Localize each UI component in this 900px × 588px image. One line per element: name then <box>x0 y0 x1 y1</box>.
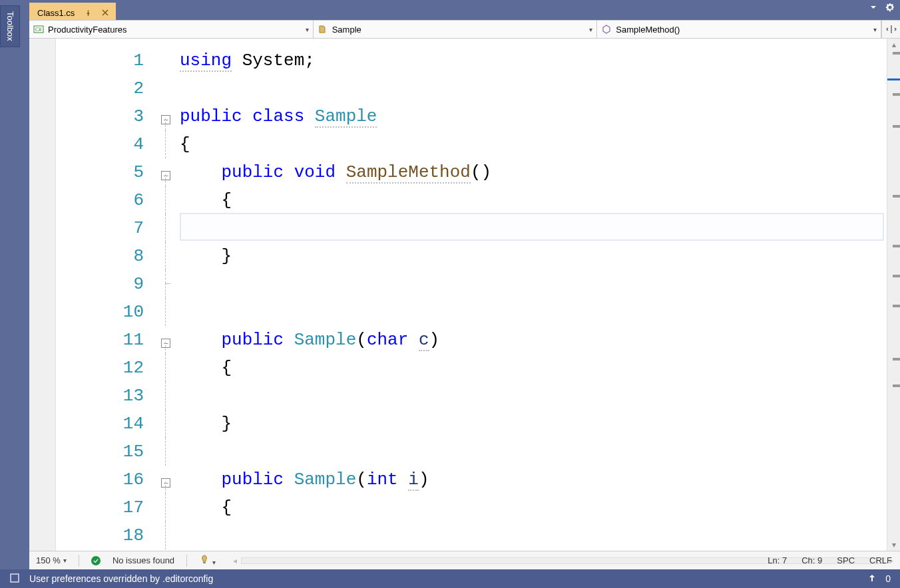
code-text-area[interactable]: using System;public class Sample{ public… <box>176 39 887 551</box>
code-line[interactable]: { <box>180 494 887 521</box>
code-line[interactable] <box>180 74 887 102</box>
code-token: () <box>471 162 491 182</box>
code-token: { <box>180 358 232 378</box>
fold-cell <box>156 74 176 102</box>
code-line[interactable]: } <box>180 410 887 438</box>
status-message: User preferences overridden by .editorco… <box>29 573 213 584</box>
code-token: Sample <box>294 330 357 350</box>
lightbulb-icon[interactable]: ▾ <box>199 554 216 567</box>
line-indicator[interactable]: Ln: 7 <box>768 555 787 565</box>
code-editor[interactable]: 123456789101112131415161718 −−−− using S… <box>29 39 900 551</box>
fold-cell <box>156 494 176 521</box>
fold-cell <box>156 47 176 74</box>
split-editor-button[interactable] <box>881 21 900 38</box>
indent-mode[interactable]: SPC <box>837 555 855 565</box>
code-token <box>180 330 221 350</box>
code-token <box>284 162 294 182</box>
ok-check-icon[interactable] <box>91 556 101 565</box>
code-line[interactable]: { <box>180 354 887 382</box>
code-token <box>180 470 221 490</box>
svg-text:C#: C# <box>35 27 41 33</box>
fold-cell: − <box>156 158 176 186</box>
line-number: 6 <box>56 186 144 214</box>
close-icon[interactable] <box>101 9 109 17</box>
overview-marker <box>893 125 900 128</box>
navigation-bar: C# ProductivityFeatures ▾ Sample ▾ Sampl… <box>29 20 900 39</box>
fold-cell <box>156 521 176 549</box>
svg-rect-3 <box>11 574 19 582</box>
editorconfig-icon <box>9 573 20 585</box>
code-line[interactable] <box>180 214 887 242</box>
code-line[interactable] <box>180 521 887 549</box>
scroll-up-icon[interactable]: ▴ <box>887 39 900 51</box>
outlining-margin[interactable]: −−−− <box>156 39 176 551</box>
line-number: 13 <box>56 382 144 410</box>
code-line[interactable]: public class Sample <box>180 102 887 130</box>
code-line[interactable]: using System; <box>180 47 887 74</box>
fold-cell <box>156 410 176 438</box>
tab-menu-chevron-icon[interactable] <box>869 3 877 11</box>
code-token: } <box>180 246 232 266</box>
overview-marker <box>893 245 900 247</box>
publish-icon[interactable] <box>868 573 876 584</box>
zoom-value: 150 % <box>36 555 61 565</box>
code-token: i <box>408 470 419 491</box>
publish-count: 0 <box>885 573 891 584</box>
chevron-down-icon: ▾ <box>306 26 309 33</box>
divider <box>186 555 187 567</box>
line-ending-mode[interactable]: CRLF <box>869 555 892 565</box>
class-icon <box>318 24 328 35</box>
fold-toggle-icon[interactable]: − <box>161 339 170 348</box>
column-indicator[interactable]: Ch: 9 <box>801 555 822 565</box>
code-token: int <box>367 470 398 490</box>
code-line[interactable] <box>180 298 887 326</box>
code-token: { <box>180 134 190 154</box>
csharp-icon: C# <box>33 24 44 35</box>
code-line[interactable]: { <box>180 130 887 158</box>
vs-status-bar: User preferences overridden by .editorco… <box>0 569 900 588</box>
fold-cell <box>156 298 176 326</box>
pin-icon[interactable] <box>84 9 92 17</box>
member-dropdown[interactable]: SampleMethod() ▾ <box>597 21 881 38</box>
code-line[interactable]: public Sample(char c) <box>180 326 887 354</box>
fold-toggle-icon[interactable]: − <box>161 115 170 124</box>
code-line[interactable] <box>180 382 887 410</box>
code-line[interactable] <box>180 438 887 466</box>
line-number: 9 <box>56 270 144 298</box>
code-token: public <box>221 330 284 350</box>
file-tab[interactable]: Class1.cs <box>29 3 116 20</box>
fold-cell <box>156 270 176 298</box>
code-token: using <box>180 51 232 72</box>
fold-cell <box>156 438 176 466</box>
line-number: 1 <box>56 47 144 74</box>
member-label: SampleMethod() <box>616 25 680 35</box>
code-token: ( <box>356 330 367 350</box>
overview-marker <box>893 305 900 307</box>
fold-toggle-icon[interactable]: − <box>161 171 170 180</box>
line-number: 2 <box>56 74 144 102</box>
line-number-gutter: 123456789101112131415161718 <box>56 39 156 551</box>
code-line[interactable] <box>180 270 887 298</box>
code-token: { <box>180 190 232 210</box>
code-token <box>180 162 221 182</box>
vertical-scrollbar[interactable]: ▴ ▾ <box>887 39 900 551</box>
divider <box>79 555 79 567</box>
code-line[interactable]: public Sample(int i) <box>180 466 887 494</box>
code-line[interactable]: { <box>180 186 887 214</box>
line-number: 17 <box>56 494 144 521</box>
editor-status-bar: 150 % ▾ No issues found ▾ ◂ ▸ Ln: 7 Ch: … <box>29 551 900 569</box>
code-token <box>232 51 242 71</box>
namespace-dropdown[interactable]: C# ProductivityFeatures ▾ <box>29 21 314 38</box>
class-dropdown[interactable]: Sample ▾ <box>314 21 598 38</box>
code-line[interactable]: public void SampleMethod() <box>180 158 887 186</box>
zoom-select[interactable]: 150 % ▾ <box>36 555 67 565</box>
fold-toggle-icon[interactable]: − <box>161 478 170 488</box>
scroll-down-icon[interactable]: ▾ <box>887 539 900 551</box>
file-tab-label: Class1.cs <box>37 8 75 18</box>
code-token: ( <box>356 470 367 490</box>
code-token: class <box>252 106 304 126</box>
line-number: 8 <box>56 242 144 270</box>
code-line[interactable]: } <box>180 242 887 270</box>
line-number: 12 <box>56 354 144 382</box>
gear-icon[interactable] <box>885 3 895 12</box>
